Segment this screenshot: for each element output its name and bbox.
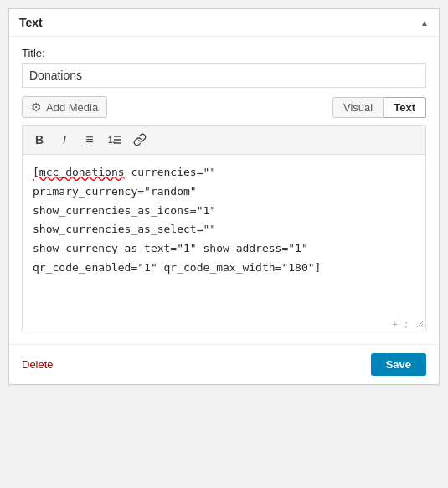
title-input[interactable] [22, 63, 426, 88]
tab-text[interactable]: Text [384, 97, 426, 118]
italic-button[interactable]: I [53, 129, 76, 151]
shortcode-line-4: show_currencies_as_select="" [33, 223, 216, 235]
widget-footer: Delete Save [9, 344, 439, 384]
editor-format-bar: B I ≡ 1. [23, 126, 425, 155]
editor-toolbar-top: ⚙ Add Media Visual Text [22, 96, 426, 118]
editor-content[interactable]: [mcc_donations currencies="" primary_cur… [23, 155, 425, 331]
add-media-button[interactable]: ⚙ Add Media [22, 96, 107, 118]
unordered-list-button[interactable]: ≡ [78, 129, 101, 151]
add-media-icon: ⚙ [31, 100, 42, 114]
ordered-list-icon: 1. [108, 133, 121, 146]
editor-area: B I ≡ 1. [22, 125, 426, 331]
title-label: Title: [22, 47, 426, 59]
resize-handle-icon: +˙; [393, 319, 424, 329]
shortcode-line-1: [mcc_donations [33, 166, 125, 178]
shortcode-line-6: qr_code_enabled="1" qr_code_max_width="1… [33, 261, 321, 274]
link-button[interactable] [128, 129, 152, 151]
bold-button[interactable]: B [28, 129, 51, 151]
link-icon [133, 133, 147, 146]
delete-link[interactable]: Delete [22, 358, 54, 371]
shortcode-line-2: primary_currency="random" [33, 185, 197, 198]
save-button[interactable]: Save [371, 353, 426, 376]
collapse-arrow-icon: ▲ [420, 18, 429, 28]
ordered-list-button[interactable]: 1. [103, 129, 126, 151]
widget-header[interactable]: Text ▲ [9, 9, 439, 37]
view-tabs: Visual Text [332, 97, 426, 118]
widget-title: Text [19, 16, 43, 29]
shortcode-line-5: show_currency_as_text="1" show_address="… [33, 242, 308, 254]
tab-visual[interactable]: Visual [332, 97, 384, 118]
shortcode-line-3: show_currencies_as_icons="1" [33, 204, 216, 217]
svg-line-6 [422, 326, 423, 327]
shortcode-attrs-1: currencies="" [125, 166, 217, 178]
resize-icon [415, 319, 423, 327]
widget-container: Text ▲ Title: ⚙ Add Media Visual Text B … [8, 8, 440, 385]
widget-body: Title: ⚙ Add Media Visual Text B I ≡ [9, 37, 439, 344]
add-media-label: Add Media [46, 101, 98, 114]
